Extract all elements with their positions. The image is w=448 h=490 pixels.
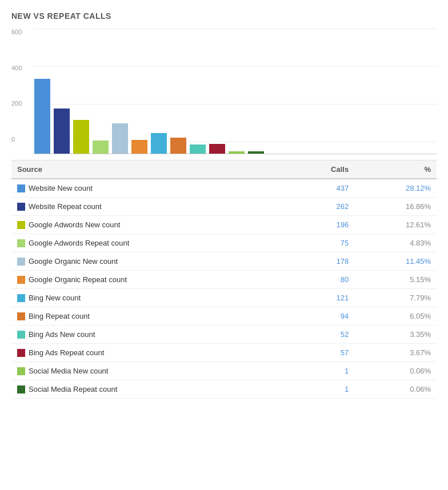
bar-6 [151,133,167,154]
chart-area: 0 200 400 600 [11,29,437,154]
pct-cell-0: 28.12% [354,179,437,198]
calls-cell-11: 1 [289,380,355,399]
pct-cell-1: 16.86% [354,198,437,216]
source-label-4: Google Organic New count [29,257,118,266]
bar-7 [170,138,186,154]
grid-line-200 [34,104,437,105]
grid-line-400 [34,66,437,67]
data-table: Source Calls % Website New count43728.12… [11,160,437,399]
bar-9 [209,144,225,154]
source-cell-0: Website New count [11,179,289,198]
color-swatch-3 [17,239,25,247]
bar-8 [190,144,206,154]
calls-cell-6: 121 [289,289,355,307]
bar-10 [229,151,245,154]
source-cell-5: Google Organic Repeat count [11,271,289,289]
color-swatch-8 [17,331,25,339]
y-label-600: 600 [11,29,22,35]
table-row-8: Bing Ads New count523.35% [11,326,437,344]
table-header: Source Calls % [11,160,437,179]
table-row-11: Social Media Repeat count10.06% [11,380,437,399]
source-label-2: Google Adwords New count [29,220,120,229]
grid-line-600 [34,29,437,29]
source-cell-8: Bing Ads New count [11,326,289,344]
source-cell-2: Google Adwords New count [11,216,289,234]
source-cell-3: Google Adwords Repeat count [11,234,289,252]
source-label-9: Bing Ads Repeat count [29,348,104,357]
calls-cell-10: 1 [289,362,355,380]
bar-2 [73,120,89,154]
calls-cell-9: 57 [289,344,355,362]
y-axis-labels: 0 200 400 600 [11,29,22,154]
calls-cell-3: 75 [289,234,355,252]
table-row-5: Google Organic Repeat count805.15% [11,271,437,289]
col-source: Source [11,160,289,179]
color-swatch-9 [17,349,25,357]
color-swatch-6 [17,294,25,302]
bars-container [34,29,437,154]
table-row-6: Bing New count1217.79% [11,289,437,307]
bar-0 [34,79,50,154]
table-row-3: Google Adwords Repeat count754.83% [11,234,437,252]
source-cell-1: Website Repeat count [11,198,289,216]
table-row-7: Bing Repeat count946.05% [11,307,437,326]
source-label-3: Google Adwords Repeat count [29,239,129,247]
table-body: Website New count43728.12%Website Repeat… [11,179,437,399]
color-swatch-0 [17,184,25,192]
source-label-0: Website New count [29,184,93,192]
source-cell-10: Social Media New count [11,362,289,380]
table-row-1: Website Repeat count26216.86% [11,198,437,216]
table-row-4: Google Organic New count17811.45% [11,252,437,271]
pct-cell-3: 4.83% [354,234,437,252]
source-label-8: Bing Ads New count [29,330,95,339]
y-label-200: 200 [11,100,22,107]
calls-cell-2: 196 [289,216,355,234]
bar-1 [54,109,70,154]
calls-cell-1: 262 [289,198,355,216]
grid-lines [34,29,437,142]
source-label-7: Bing Repeat count [29,312,90,320]
source-cell-7: Bing Repeat count [11,307,289,326]
calls-cell-5: 80 [289,271,355,289]
color-swatch-4 [17,258,25,266]
y-label-0: 0 [11,136,22,143]
table-row-10: Social Media New count10.06% [11,362,437,380]
pct-cell-11: 0.06% [354,380,437,399]
main-container: NEW VS REPEAT CALLS 0 200 400 600 Source… [0,0,448,404]
source-cell-9: Bing Ads Repeat count [11,344,289,362]
col-pct: % [354,160,437,179]
pct-cell-2: 12.61% [354,216,437,234]
table-row-2: Google Adwords New count19612.61% [11,216,437,234]
color-swatch-1 [17,203,25,211]
source-cell-11: Social Media Repeat count [11,380,289,399]
source-cell-4: Google Organic New count [11,252,289,271]
chart-title: NEW VS REPEAT CALLS [11,11,437,21]
pct-cell-8: 3.35% [354,326,437,344]
color-swatch-2 [17,221,25,229]
table-row-0: Website New count43728.12% [11,179,437,198]
bar-3 [93,140,109,154]
calls-cell-8: 52 [289,326,355,344]
data-table-wrapper: Source Calls % Website New count43728.12… [11,160,437,399]
bar-4 [112,123,128,154]
color-swatch-10 [17,367,25,375]
calls-cell-0: 437 [289,179,355,198]
color-swatch-5 [17,276,25,284]
pct-cell-7: 6.05% [354,307,437,326]
color-swatch-7 [17,312,25,320]
source-label-10: Social Media New count [29,367,108,375]
pct-cell-5: 5.15% [354,271,437,289]
calls-cell-4: 178 [289,252,355,271]
color-swatch-11 [17,385,25,393]
source-label-11: Social Media Repeat count [29,385,117,393]
y-label-400: 400 [11,65,22,71]
bar-5 [131,140,147,154]
calls-cell-7: 94 [289,307,355,326]
source-cell-6: Bing New count [11,289,289,307]
source-label-5: Google Organic Repeat count [29,275,127,284]
bar-11 [248,151,264,154]
table-row-9: Bing Ads Repeat count573.67% [11,344,437,362]
source-label-1: Website Repeat count [29,202,102,211]
pct-cell-9: 3.67% [354,344,437,362]
pct-cell-6: 7.79% [354,289,437,307]
